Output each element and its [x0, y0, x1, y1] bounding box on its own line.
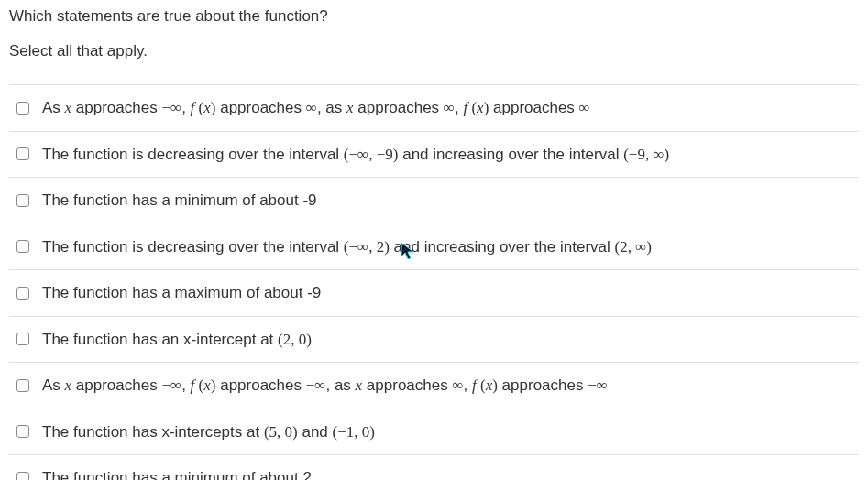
option-checkbox[interactable] [16, 472, 29, 480]
option-row[interactable]: The function has an x-intercept at (2, 0… [9, 317, 859, 364]
option-row[interactable]: The function has a minimum of about -9 [9, 178, 859, 224]
option-label: The function is decreasing over the inte… [42, 235, 652, 259]
option-checkbox[interactable] [16, 425, 29, 438]
option-checkbox[interactable] [16, 147, 29, 160]
option-row[interactable]: The function is decreasing over the inte… [9, 224, 859, 271]
option-label: The function has a minimum of about 2 [42, 466, 312, 480]
option-label: The function has a maximum of about -9 [42, 281, 321, 305]
question-text: Which statements are true about the func… [9, 7, 859, 26]
option-row[interactable]: The function has a maximum of about -9 [9, 270, 859, 317]
option-row[interactable]: The function has a minimum of about 2 [9, 455, 859, 480]
instruction-text: Select all that apply. [9, 42, 859, 60]
option-row[interactable]: As x approaches −∞, f (x) approaches −∞,… [9, 363, 859, 409]
option-label: The function has an x-intercept at (2, 0… [42, 328, 312, 352]
option-checkbox[interactable] [16, 240, 29, 253]
option-label: The function has x-intercepts at (5, 0) … [42, 420, 375, 444]
option-row[interactable]: The function has x-intercepts at (5, 0) … [9, 409, 859, 456]
option-checkbox[interactable] [16, 333, 29, 345]
option-label: The function is decreasing over the inte… [42, 143, 669, 167]
option-label: As x approaches −∞, f (x) approaches −∞,… [42, 374, 608, 398]
options-list: As x approaches −∞, f (x) approaches ∞, … [9, 84, 859, 480]
option-label: As x approaches −∞, f (x) approaches ∞, … [42, 96, 590, 120]
option-row[interactable]: As x approaches −∞, f (x) approaches ∞, … [9, 85, 859, 132]
option-checkbox[interactable] [16, 102, 29, 115]
option-checkbox[interactable] [16, 287, 29, 300]
option-row[interactable]: The function is decreasing over the inte… [9, 132, 859, 179]
option-checkbox[interactable] [16, 194, 29, 207]
option-checkbox[interactable] [16, 379, 29, 392]
option-label: The function has a minimum of about -9 [42, 189, 317, 213]
